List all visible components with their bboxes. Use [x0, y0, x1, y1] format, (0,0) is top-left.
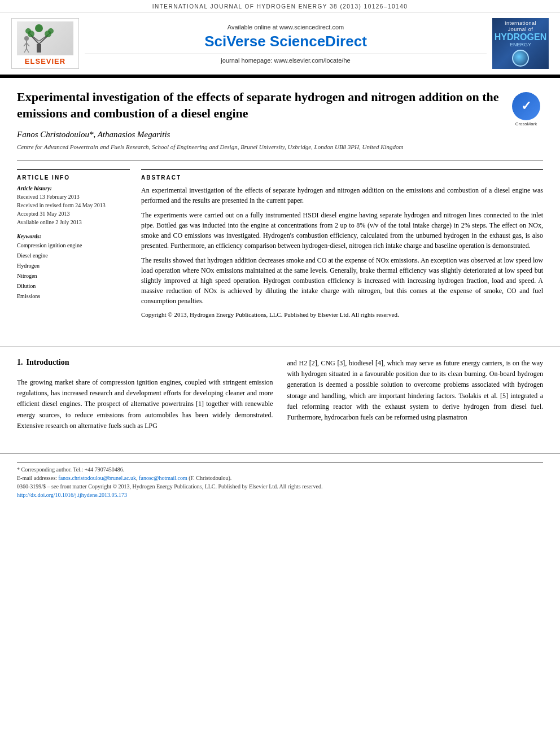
accepted-date: Accepted 31 May 2013 [17, 209, 130, 218]
abstract-copyright: Copyright © 2013, Hydrogen Energy Public… [141, 311, 543, 319]
email-2: fanosc@hotmail.com [139, 475, 187, 481]
abstract-text: An experimental investigation of the eff… [141, 185, 543, 319]
content-divider [0, 346, 560, 347]
keyword-4: Nitrogen [17, 271, 130, 281]
crossmark-circle [512, 92, 540, 120]
elsevier-logo-box: ELSEVIER [11, 18, 79, 69]
svg-line-14 [24, 49, 27, 53]
two-col-section: ARTICLE INFO Article history: Received 1… [17, 169, 543, 324]
footer-area: * Corresponding author. Tel.: +44 790745… [0, 453, 560, 505]
keyword-6: Emissions [17, 291, 130, 302]
intro-left-para: The growing market share of compression … [17, 377, 273, 431]
journal-header-bar: INTERNATIONAL JOURNAL OF HYDROGEN ENERGY… [0, 0, 560, 12]
article-history-section: Article history: Received 13 February 20… [17, 185, 130, 226]
available-date: Available online 2 July 2013 [17, 218, 130, 226]
keyword-1: Compression ignition engine [17, 241, 130, 251]
journal-homepage-text: journal homepage: www.elsevier.com/locat… [85, 54, 487, 64]
article-affiliation: Centre for Advanced Powertrain and Fuels… [17, 143, 501, 151]
history-label: Article history: [17, 185, 130, 191]
doi-link: http://dx.doi.org/10.1016/j.ijhydene.201… [17, 492, 127, 498]
journal-cover-line1: International Journal of [495, 20, 546, 33]
article-info-header: ARTICLE INFO [17, 174, 130, 181]
elsevier-brand-text: ELSEVIER [25, 57, 65, 65]
corresponding-star-text: * Corresponding author. Tel.: +44 790745… [17, 466, 124, 473]
publisher-header: ELSEVIER Available online at www.science… [0, 12, 560, 76]
abstract-column: ABSTRACT An experimental investigation o… [141, 169, 543, 324]
email-label: E-mail addresses: [17, 475, 57, 481]
abstract-header: ABSTRACT [141, 174, 543, 181]
svg-point-8 [48, 28, 54, 34]
available-online-text: Available online at www.sciencedirect.co… [85, 24, 487, 30]
body-right-col: and H2 [2], CNG [3], biodiesel [4], whic… [287, 358, 544, 436]
body-left-col: 1. Introduction The growing market share… [17, 358, 273, 436]
svg-line-15 [27, 49, 29, 53]
corresponding-author: * Corresponding author. Tel.: +44 790745… [17, 462, 543, 499]
article-content: Experimental investigation of the effect… [0, 78, 560, 335]
svg-point-7 [25, 28, 31, 34]
journal-cover-line2: HYDROGEN [495, 33, 546, 42]
footnote-doi: http://dx.doi.org/10.1016/j.ijhydene.201… [17, 491, 543, 499]
keyword-3: Hydrogen [17, 261, 130, 271]
article-info-column: ARTICLE INFO Article history: Received 1… [17, 169, 130, 324]
svg-point-10 [24, 36, 29, 41]
section-title: Introduction [27, 358, 69, 367]
crossmark-logo: CrossMark [509, 89, 543, 123]
keyword-2: Diesel engine [17, 251, 130, 261]
sciverse-center: Available online at www.sciencedirect.co… [85, 24, 487, 64]
journal-cover-line3: ENERGY [510, 42, 531, 47]
abstract-para-2: The experiments were carried out on a fu… [141, 210, 543, 251]
elsevier-logo-image [17, 21, 73, 55]
received-date: Received 13 February 2013 [17, 193, 130, 201]
keywords-list: Compression ignition engine Diesel engin… [17, 241, 130, 302]
email-suffix: (F. Christodoulou). [189, 475, 231, 481]
abstract-para-3: The results showed that hydrogen additio… [141, 255, 543, 306]
article-authors: Fanos Christodoulou*, Athanasios Megarit… [17, 130, 501, 139]
introduction-left-text: The growing market share of compression … [17, 377, 273, 431]
keyword-5: Dilution [17, 281, 130, 291]
sciverse-logo: SciVerse ScienceDirect [85, 33, 487, 50]
keywords-label: Keywords: [17, 233, 130, 239]
journal-cover-globe [512, 50, 529, 67]
keywords-section: Keywords: Compression ignition engine Di… [17, 233, 130, 302]
abstract-para-1: An experimental investigation of the eff… [141, 185, 543, 206]
body-content: 1. Introduction The growing market share… [0, 358, 560, 447]
svg-rect-0 [37, 44, 41, 53]
section-number: 1. [17, 358, 23, 367]
body-two-col: 1. Introduction The growing market share… [17, 358, 543, 436]
introduction-right-text: and H2 [2], CNG [3], biodiesel [4], whic… [287, 358, 544, 423]
article-title: Experimental investigation of the effect… [17, 89, 501, 121]
crossmark-label: CrossMark [512, 121, 540, 126]
journal-header-text: INTERNATIONAL JOURNAL OF HYDROGEN ENERGY… [152, 3, 408, 10]
footnote-email: E-mail addresses: fanos.christodoulou@br… [17, 474, 543, 482]
email-1: fanos.christodoulou@brunel.ac.uk [58, 475, 136, 481]
revised-date: Received in revised form 24 May 2013 [17, 201, 130, 209]
sciverse-text: SciVerse ScienceDirect [204, 33, 367, 50]
footnote-corresponding: * Corresponding author. Tel.: +44 790745… [17, 465, 543, 474]
journal-cover: International Journal of HYDROGEN ENERGY [492, 18, 549, 69]
article-title-text: Experimental investigation of the effect… [17, 89, 501, 152]
article-title-section: Experimental investigation of the effect… [17, 89, 543, 161]
svg-point-9 [35, 24, 43, 32]
intro-right-para: and H2 [2], CNG [3], biodiesel [4], whic… [287, 358, 544, 423]
footnote-issn: 0360-3199/$ – see front matter Copyright… [17, 482, 543, 491]
